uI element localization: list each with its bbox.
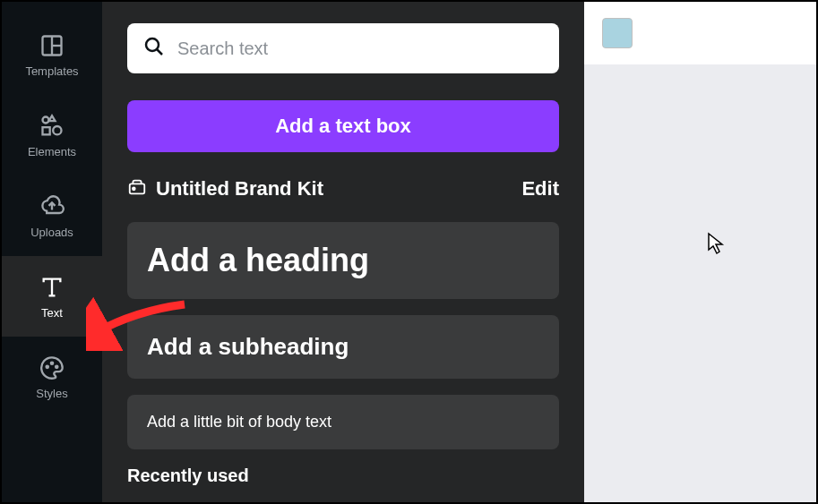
svg-point-3 [43,116,49,123]
canvas-toolbar [584,2,816,64]
svg-line-12 [157,49,162,55]
elements-icon [39,113,65,140]
sidebar-item-elements[interactable]: Elements [2,95,102,175]
text-icon [39,274,65,301]
styles-icon [39,355,65,381]
sidebar-item-label: Templates [25,64,78,78]
svg-point-10 [56,365,57,367]
uploads-icon [39,193,65,220]
add-heading-option[interactable]: Add a heading [127,222,559,299]
sidebar-item-label: Styles [36,387,67,400]
sidebar-item-label: Elements [28,145,76,158]
brand-kit-name: Untitled Brand Kit [156,177,323,201]
sidebar-item-label: Text [41,306,63,320]
recently-used-heading: Recently used [127,466,559,486]
search-box[interactable] [127,23,559,73]
svg-point-8 [47,365,48,367]
add-subheading-option[interactable]: Add a subheading [127,315,559,379]
sidebar-item-uploads[interactable]: Uploads [2,175,102,256]
nav-sidebar: Templates Elements Uploads Text Styles [2,2,102,502]
svg-point-14 [133,187,135,190]
sidebar-item-templates[interactable]: Templates [2,14,102,95]
svg-point-5 [53,126,61,134]
svg-rect-4 [43,127,50,134]
sidebar-item-styles[interactable]: Styles [2,337,102,417]
add-body-text-option[interactable]: Add a little bit of body text [127,395,559,449]
search-icon [143,36,165,61]
add-text-box-button[interactable]: Add a text box [127,100,559,152]
search-input[interactable] [177,38,543,59]
brand-kit-row: Untitled Brand Kit Edit [127,177,559,201]
templates-icon [39,32,65,59]
color-swatch[interactable] [602,18,633,48]
text-panel: Add a text box Untitled Brand Kit Edit A… [102,2,584,502]
brand-kit-icon [127,177,147,201]
sidebar-item-text[interactable]: Text [2,256,102,337]
sidebar-item-label: Uploads [30,226,73,239]
svg-point-9 [51,362,53,363]
svg-point-11 [146,38,159,51]
canvas-area[interactable] [584,2,816,502]
edit-brand-kit-link[interactable]: Edit [521,177,559,201]
